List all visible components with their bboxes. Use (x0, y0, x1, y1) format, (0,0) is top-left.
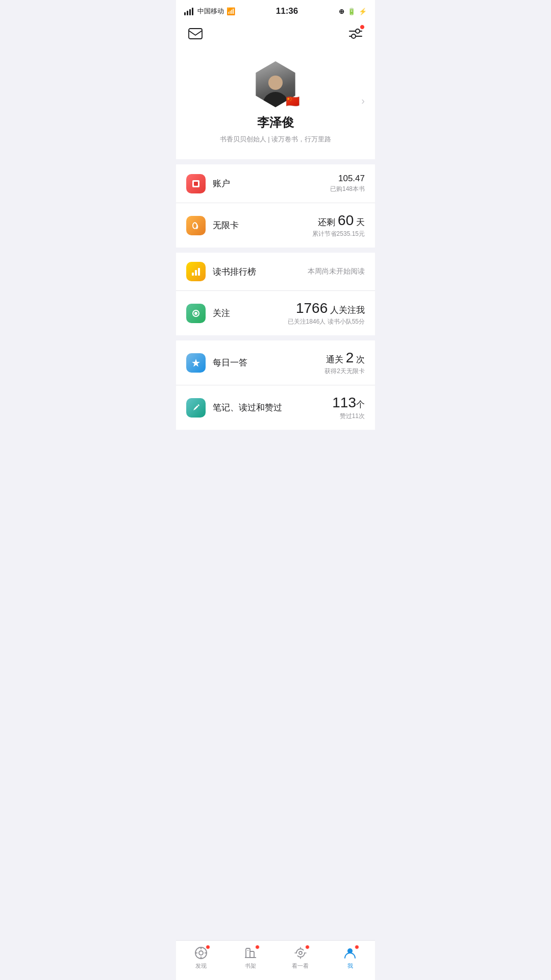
activity-section: 每日一答 通关 2 次 获得2天无限卡 笔记、读过和赞过 113个 (176, 340, 375, 430)
svg-rect-8 (195, 270, 197, 276)
unlimited-card-item[interactable]: 无限卡 还剩 60 天 累计节省2535.15元 (176, 203, 375, 248)
bolt-icon: ⚡ (359, 8, 367, 15)
svg-rect-9 (198, 268, 200, 276)
settings-button[interactable] (346, 24, 365, 43)
unlimited-card-icon (186, 216, 206, 235)
battery-icon: 🔋 (347, 8, 356, 15)
avatar-container[interactable]: 🇨🇳 (253, 61, 298, 107)
follow-right: 1766 人关注我 已关注1846人 读书小队55分 (288, 300, 365, 326)
carrier-label: 中国移动 (197, 7, 224, 16)
unlimited-card-label: 无限卡 (213, 219, 312, 231)
notes-sub: 赞过11次 (332, 412, 365, 421)
divider-3 (176, 335, 375, 340)
account-label: 账户 (213, 178, 330, 189)
reading-rank-label: 读书排行榜 (213, 266, 308, 278)
signal-icon (184, 8, 193, 15)
notes-icon (186, 398, 206, 418)
profile-section: 🇨🇳 › 李泽俊 书香贝贝创始人 | 读万卷书，行万里路 (176, 51, 375, 159)
top-nav (176, 20, 375, 51)
mail-button[interactable] (186, 24, 205, 43)
reading-rank-icon (186, 262, 206, 281)
daily-quiz-icon (186, 353, 206, 373)
wifi-icon: 📶 (227, 7, 235, 15)
follow-sub: 已关注1846人 读书小队55分 (288, 317, 365, 326)
divider-1 (176, 159, 375, 164)
follow-value: 1766 人关注我 (288, 300, 365, 316)
account-right: 105.47 已购148本书 (330, 174, 365, 193)
account-section: 账户 105.47 已购148本书 无限卡 还剩 60 天 累计 (176, 164, 375, 248)
reading-rank-value: 本周尚未开始阅读 (308, 267, 365, 276)
daily-quiz-right: 通关 2 次 获得2天无限卡 (324, 350, 365, 376)
account-item[interactable]: 账户 105.47 已购148本书 (176, 164, 375, 203)
location-icon: ⊕ (339, 8, 344, 15)
notes-right: 113个 赞过11次 (332, 395, 365, 421)
settings-notification-dot (360, 24, 365, 30)
notes-value: 113个 (332, 395, 365, 411)
status-bar: 中国移动 📶 11:36 ⊕ 🔋 ⚡ (176, 0, 375, 20)
notes-item[interactable]: 笔记、读过和赞过 113个 赞过11次 (176, 385, 375, 430)
follow-label: 关注 (213, 307, 288, 319)
social-section: 读书排行榜 本周尚未开始阅读 关注 1766 人关注我 已关注1846人 读书小… (176, 253, 375, 335)
account-value: 105.47 (330, 174, 365, 184)
daily-quiz-sub: 获得2天无限卡 (324, 367, 365, 376)
reading-rank-right: 本周尚未开始阅读 (308, 267, 365, 276)
unlimited-card-sub: 累计节省2535.15元 (312, 230, 365, 238)
daily-quiz-label: 每日一答 (213, 357, 324, 369)
status-time: 11:36 (276, 6, 298, 16)
daily-quiz-value: 通关 2 次 (324, 350, 365, 366)
follow-icon (186, 304, 206, 323)
flag-emoji: 🇨🇳 (286, 95, 299, 108)
svg-rect-0 (189, 29, 202, 39)
svg-point-3 (356, 29, 360, 33)
account-icon (186, 174, 206, 193)
profile-chevron[interactable]: › (361, 95, 365, 107)
daily-quiz-item[interactable]: 每日一答 通关 2 次 获得2天无限卡 (176, 340, 375, 385)
reading-rank-item[interactable]: 读书排行榜 本周尚未开始阅读 (176, 253, 375, 291)
svg-rect-7 (192, 273, 194, 276)
svg-point-4 (352, 34, 356, 38)
svg-point-11 (194, 312, 197, 315)
unlimited-card-right: 还剩 60 天 累计节省2535.15元 (312, 212, 365, 238)
user-name: 李泽俊 (257, 114, 294, 131)
svg-rect-6 (194, 182, 198, 186)
bottom-space (176, 430, 375, 440)
follow-item[interactable]: 关注 1766 人关注我 已关注1846人 读书小队55分 (176, 291, 375, 335)
divider-2 (176, 248, 375, 253)
unlimited-card-value: 还剩 60 天 (312, 212, 365, 229)
user-bio: 书香贝贝创始人 | 读万卷书，行万里路 (220, 135, 332, 144)
account-sub: 已购148本书 (330, 185, 365, 193)
notes-label: 笔记、读过和赞过 (213, 402, 332, 413)
